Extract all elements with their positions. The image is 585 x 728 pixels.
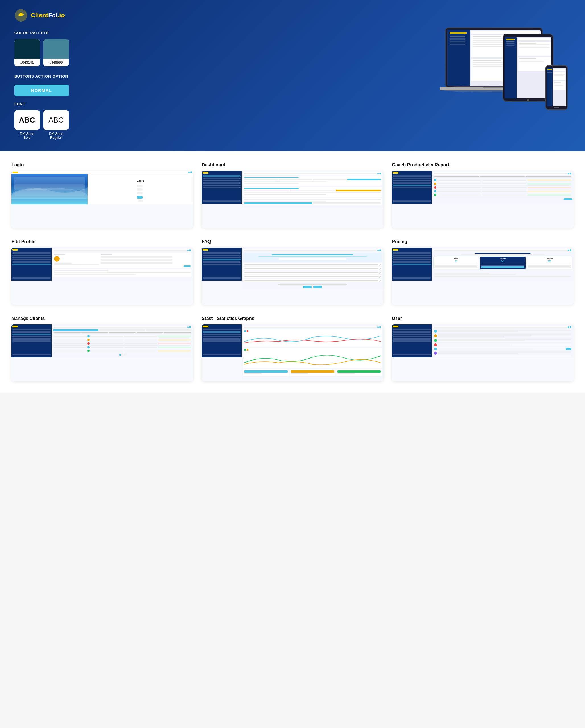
notif1-avatar [434,330,437,333]
svg-point-43 [527,99,529,101]
stats-legend2-item2 [247,349,248,350]
mc-row5-email [124,350,157,352]
faq-phone-btn [303,286,311,288]
faq-q2-line [245,268,378,269]
logo-area: ClientFol.io [14,8,571,22]
stats-questions [203,338,241,340]
edit-profile-title: Edit Profile [11,239,193,244]
coach-row1-name [437,180,481,181]
stats-legend-item1 [244,331,246,332]
user-header [433,326,572,328]
db3-line2 [244,201,326,202]
screens-grid: Login [11,162,574,381]
sidebar-item-settings [203,187,241,188]
edit-profile-card [11,248,193,305]
coach-main [432,171,574,204]
coach-sidebar-logo [393,172,398,174]
mc-col-email [109,333,136,333]
db-line3 [244,183,299,184]
screen-dashboard: Dashboard [202,162,384,228]
mc-row4-avatar [87,346,90,348]
user-card [392,324,574,381]
faq-header-title [244,250,377,251]
coach-pagination [433,199,572,200]
login-topbar [11,171,193,174]
stats-chart2 [243,348,382,368]
faq-chevron5 [379,280,381,282]
buttons-section: BUTTONS ACTION OPTION NORMAL [14,74,69,96]
ep-bell [187,250,189,251]
font-bold-label: DM SansBold [14,132,40,140]
notif3-line1 [438,339,571,340]
faq-item2 [243,267,382,270]
coach-row4 [433,189,572,193]
ep-faqs [12,259,51,260]
user-faqs [393,336,431,337]
pricing-manage [393,257,431,258]
pricing-basic-title: Basic [434,258,478,260]
ep-about-block [53,269,192,277]
manage-clients-card [11,324,193,381]
mc-page1 [119,354,121,356]
ep-save-btn-wrap [101,265,190,267]
mc-table-header [53,332,192,334]
pricing-plans-title [433,253,572,255]
faq-item3 [243,271,382,274]
notif5-action-btn [566,348,571,350]
stats-logout [203,354,241,356]
login-avatar [190,172,192,173]
user-header-title [434,327,567,328]
stats-line-chart1 [244,333,381,344]
mc-main [51,324,193,358]
db-row1 [244,179,381,180]
coach-row3-badge [527,187,571,188]
faq-chevron1 [379,264,381,266]
pricing-stats [393,255,431,256]
svg-rect-8 [450,41,465,42]
pricing-standard-line2 [481,264,525,264]
coach-row2-badge [527,183,571,185]
mc-col-id [54,333,80,333]
faq-settings [203,264,241,265]
db3-btn1 [244,203,312,204]
pricing-session [393,252,431,254]
user-main [432,324,574,358]
faq-q5-line [245,280,378,281]
pricing-enterprise-card: Enterprise $99 [527,257,572,269]
font-bold-sample: ABC [14,110,40,130]
faq-contact-btns [243,286,382,288]
db2-cell2 [290,190,335,191]
swatch-blue-label: #448599 [43,59,69,66]
login-submit-button [137,196,143,199]
faq-logout [203,277,241,279]
dashboard-avatar [379,173,381,174]
font-swatches: ABC DM SansBold ABC DM SansRegular [14,110,69,140]
login-topbar-right [188,172,192,173]
ep-about-line1 [54,272,190,273]
normal-button[interactable]: NORMAL [14,85,69,96]
sidebar-item-faqs [203,182,241,184]
db-cell3 [313,179,347,180]
ep-firstname-input [101,256,173,258]
ep-edit-title [101,254,112,255]
pricing-plans-sub [461,254,544,255]
color-swatches: #043141 #448599 [14,39,69,66]
svg-rect-40 [519,58,536,59]
swatch-blue: #448599 [43,39,69,66]
coach-header-title [434,173,567,174]
coach-sidebar-stats [393,178,431,179]
svg-rect-57 [554,84,565,84]
faq-q4-line [245,276,378,277]
faq-mock [202,248,384,289]
coach-page-btn [564,199,572,200]
mc-header [53,326,192,328]
db-cell4 [348,179,381,180]
pricing-title: Pricing [392,239,574,244]
svg-rect-19 [473,60,501,61]
login-email-input [137,192,143,194]
pricing-standard-btn [481,266,525,268]
login-form-inner: Login [137,179,144,202]
dashboard-card [202,171,384,228]
coach-row1 [433,178,572,182]
stats-chart1 [243,329,382,347]
